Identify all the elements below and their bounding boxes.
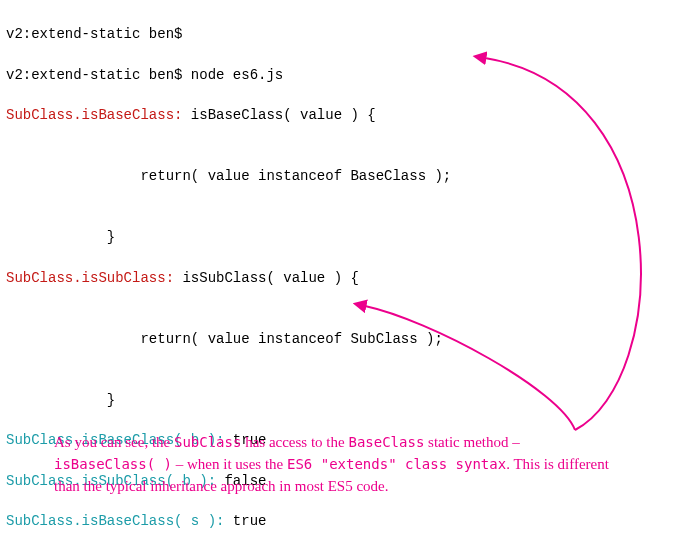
annotation-note: As you can see, the SubClass has access …: [54, 432, 614, 497]
output-line: SubClass.isBaseClass: isBaseClass( value…: [6, 105, 694, 125]
note-text: static method –: [424, 434, 519, 450]
command-text: node es6.js: [182, 67, 283, 83]
note-text: As you can see, the: [54, 434, 174, 450]
code-fragment: isBaseClass( value ) {: [182, 107, 375, 123]
output-line: SubClass.isSubClass: isSubClass( value )…: [6, 268, 694, 288]
note-text: – when it uses the: [172, 456, 287, 472]
output-line: return( value instanceof SubClass );: [6, 329, 694, 349]
code-fragment: isSubClass( value ) {: [174, 270, 359, 286]
command-line: v2:extend-static ben$ node es6.js: [6, 65, 694, 85]
note-code: isBaseClass( ): [54, 456, 172, 472]
label-issubclass: SubClass.isSubClass:: [6, 270, 174, 286]
result-line: SubClass.isBaseClass( s ): true: [6, 511, 694, 531]
label-isbaseclass: SubClass.isBaseClass:: [6, 107, 182, 123]
output-line: return( value instanceof BaseClass );: [6, 166, 694, 186]
note-code: BaseClass: [348, 434, 424, 450]
output-line: }: [6, 390, 694, 410]
result-value: true: [224, 513, 266, 529]
note-text: has access to the: [241, 434, 348, 450]
call-text: SubClass.isBaseClass( s ):: [6, 513, 224, 529]
prompt-line: v2:extend-static ben$: [6, 24, 694, 44]
note-code: SubClass: [174, 434, 241, 450]
prompt: v2:extend-static ben$: [6, 67, 182, 83]
note-code: ES6 "extends" class syntax: [287, 456, 506, 472]
output-line: }: [6, 227, 694, 247]
